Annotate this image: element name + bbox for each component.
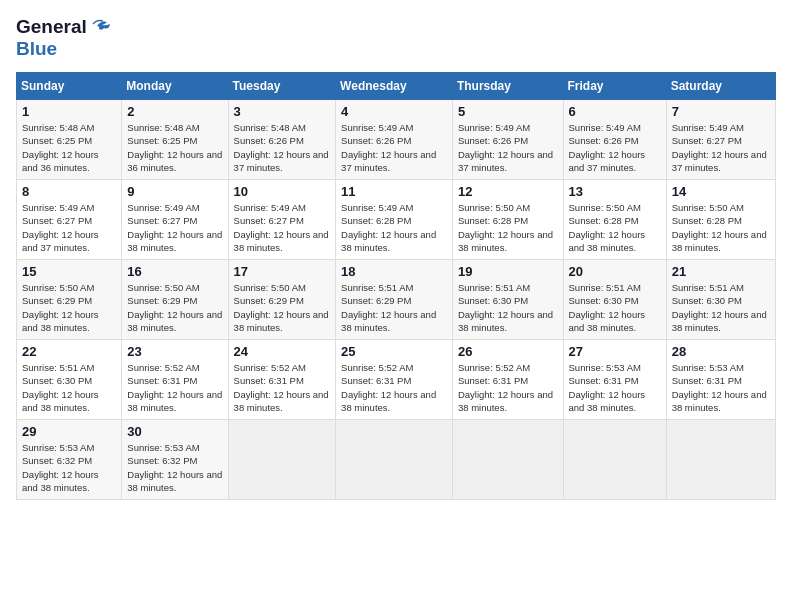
day-info: Sunrise: 5:51 AMSunset: 6:30 PMDaylight:… [22, 361, 116, 414]
day-info: Sunrise: 5:48 AMSunset: 6:25 PMDaylight:… [22, 121, 116, 174]
calendar-cell: 29 Sunrise: 5:53 AMSunset: 6:32 PMDaylig… [17, 420, 122, 500]
day-number: 15 [22, 264, 116, 279]
page-header: General Blue [16, 16, 776, 60]
day-info: Sunrise: 5:50 AMSunset: 6:29 PMDaylight:… [127, 281, 222, 334]
calendar-cell: 10 Sunrise: 5:49 AMSunset: 6:27 PMDaylig… [228, 180, 336, 260]
day-info: Sunrise: 5:52 AMSunset: 6:31 PMDaylight:… [234, 361, 331, 414]
day-info: Sunrise: 5:51 AMSunset: 6:30 PMDaylight:… [672, 281, 770, 334]
day-number: 13 [569, 184, 661, 199]
calendar-week-row: 29 Sunrise: 5:53 AMSunset: 6:32 PMDaylig… [17, 420, 776, 500]
calendar-cell: 23 Sunrise: 5:52 AMSunset: 6:31 PMDaylig… [122, 340, 228, 420]
logo-blue: Blue [16, 38, 57, 60]
calendar-cell: 22 Sunrise: 5:51 AMSunset: 6:30 PMDaylig… [17, 340, 122, 420]
calendar-cell: 15 Sunrise: 5:50 AMSunset: 6:29 PMDaylig… [17, 260, 122, 340]
calendar-cell: 14 Sunrise: 5:50 AMSunset: 6:28 PMDaylig… [666, 180, 775, 260]
calendar-cell [452, 420, 563, 500]
logo-general: General [16, 16, 87, 38]
day-info: Sunrise: 5:53 AMSunset: 6:32 PMDaylight:… [22, 441, 116, 494]
day-number: 19 [458, 264, 558, 279]
day-info: Sunrise: 5:50 AMSunset: 6:29 PMDaylight:… [22, 281, 116, 334]
calendar-cell: 13 Sunrise: 5:50 AMSunset: 6:28 PMDaylig… [563, 180, 666, 260]
calendar-cell: 24 Sunrise: 5:52 AMSunset: 6:31 PMDaylig… [228, 340, 336, 420]
calendar-cell: 5 Sunrise: 5:49 AMSunset: 6:26 PMDayligh… [452, 100, 563, 180]
day-number: 21 [672, 264, 770, 279]
day-info: Sunrise: 5:53 AMSunset: 6:31 PMDaylight:… [569, 361, 661, 414]
day-info: Sunrise: 5:53 AMSunset: 6:31 PMDaylight:… [672, 361, 770, 414]
day-number: 8 [22, 184, 116, 199]
calendar-cell: 28 Sunrise: 5:53 AMSunset: 6:31 PMDaylig… [666, 340, 775, 420]
calendar-cell: 27 Sunrise: 5:53 AMSunset: 6:31 PMDaylig… [563, 340, 666, 420]
day-info: Sunrise: 5:49 AMSunset: 6:27 PMDaylight:… [22, 201, 116, 254]
day-of-week-header: Tuesday [228, 73, 336, 100]
calendar-cell: 17 Sunrise: 5:50 AMSunset: 6:29 PMDaylig… [228, 260, 336, 340]
day-info: Sunrise: 5:50 AMSunset: 6:28 PMDaylight:… [458, 201, 558, 254]
day-of-week-header: Wednesday [336, 73, 453, 100]
day-number: 9 [127, 184, 222, 199]
day-number: 18 [341, 264, 447, 279]
calendar-week-row: 22 Sunrise: 5:51 AMSunset: 6:30 PMDaylig… [17, 340, 776, 420]
calendar-cell: 6 Sunrise: 5:49 AMSunset: 6:26 PMDayligh… [563, 100, 666, 180]
day-number: 30 [127, 424, 222, 439]
calendar-cell: 7 Sunrise: 5:49 AMSunset: 6:27 PMDayligh… [666, 100, 775, 180]
logo: General Blue [16, 16, 115, 60]
day-number: 3 [234, 104, 331, 119]
day-number: 5 [458, 104, 558, 119]
calendar-cell: 1 Sunrise: 5:48 AMSunset: 6:25 PMDayligh… [17, 100, 122, 180]
day-info: Sunrise: 5:49 AMSunset: 6:26 PMDaylight:… [341, 121, 447, 174]
calendar-cell: 19 Sunrise: 5:51 AMSunset: 6:30 PMDaylig… [452, 260, 563, 340]
calendar-cell: 18 Sunrise: 5:51 AMSunset: 6:29 PMDaylig… [336, 260, 453, 340]
day-number: 27 [569, 344, 661, 359]
calendar-cell: 8 Sunrise: 5:49 AMSunset: 6:27 PMDayligh… [17, 180, 122, 260]
logo-container: General Blue [16, 16, 115, 60]
day-of-week-header: Thursday [452, 73, 563, 100]
day-number: 7 [672, 104, 770, 119]
day-info: Sunrise: 5:49 AMSunset: 6:27 PMDaylight:… [234, 201, 331, 254]
calendar-header-row: SundayMondayTuesdayWednesdayThursdayFrid… [17, 73, 776, 100]
day-info: Sunrise: 5:50 AMSunset: 6:28 PMDaylight:… [672, 201, 770, 254]
day-number: 23 [127, 344, 222, 359]
day-info: Sunrise: 5:51 AMSunset: 6:30 PMDaylight:… [569, 281, 661, 334]
day-info: Sunrise: 5:48 AMSunset: 6:25 PMDaylight:… [127, 121, 222, 174]
calendar-week-row: 1 Sunrise: 5:48 AMSunset: 6:25 PMDayligh… [17, 100, 776, 180]
day-of-week-header: Friday [563, 73, 666, 100]
day-info: Sunrise: 5:52 AMSunset: 6:31 PMDaylight:… [127, 361, 222, 414]
day-number: 26 [458, 344, 558, 359]
day-info: Sunrise: 5:52 AMSunset: 6:31 PMDaylight:… [458, 361, 558, 414]
calendar-cell: 20 Sunrise: 5:51 AMSunset: 6:30 PMDaylig… [563, 260, 666, 340]
day-info: Sunrise: 5:50 AMSunset: 6:29 PMDaylight:… [234, 281, 331, 334]
day-number: 17 [234, 264, 331, 279]
calendar-cell [336, 420, 453, 500]
day-number: 28 [672, 344, 770, 359]
day-number: 10 [234, 184, 331, 199]
calendar-cell: 2 Sunrise: 5:48 AMSunset: 6:25 PMDayligh… [122, 100, 228, 180]
day-number: 29 [22, 424, 116, 439]
calendar-cell: 11 Sunrise: 5:49 AMSunset: 6:28 PMDaylig… [336, 180, 453, 260]
calendar-cell: 3 Sunrise: 5:48 AMSunset: 6:26 PMDayligh… [228, 100, 336, 180]
day-number: 12 [458, 184, 558, 199]
calendar-cell: 12 Sunrise: 5:50 AMSunset: 6:28 PMDaylig… [452, 180, 563, 260]
calendar-cell: 21 Sunrise: 5:51 AMSunset: 6:30 PMDaylig… [666, 260, 775, 340]
calendar-cell: 25 Sunrise: 5:52 AMSunset: 6:31 PMDaylig… [336, 340, 453, 420]
day-of-week-header: Monday [122, 73, 228, 100]
calendar-cell [228, 420, 336, 500]
day-info: Sunrise: 5:49 AMSunset: 6:27 PMDaylight:… [127, 201, 222, 254]
calendar-table: SundayMondayTuesdayWednesdayThursdayFrid… [16, 72, 776, 500]
calendar-cell: 16 Sunrise: 5:50 AMSunset: 6:29 PMDaylig… [122, 260, 228, 340]
day-of-week-header: Sunday [17, 73, 122, 100]
day-info: Sunrise: 5:48 AMSunset: 6:26 PMDaylight:… [234, 121, 331, 174]
day-number: 1 [22, 104, 116, 119]
day-info: Sunrise: 5:53 AMSunset: 6:32 PMDaylight:… [127, 441, 222, 494]
day-number: 11 [341, 184, 447, 199]
day-of-week-header: Saturday [666, 73, 775, 100]
calendar-cell: 4 Sunrise: 5:49 AMSunset: 6:26 PMDayligh… [336, 100, 453, 180]
day-number: 14 [672, 184, 770, 199]
calendar-cell: 26 Sunrise: 5:52 AMSunset: 6:31 PMDaylig… [452, 340, 563, 420]
day-number: 2 [127, 104, 222, 119]
calendar-cell: 30 Sunrise: 5:53 AMSunset: 6:32 PMDaylig… [122, 420, 228, 500]
calendar-cell [666, 420, 775, 500]
day-info: Sunrise: 5:51 AMSunset: 6:29 PMDaylight:… [341, 281, 447, 334]
day-info: Sunrise: 5:51 AMSunset: 6:30 PMDaylight:… [458, 281, 558, 334]
day-number: 25 [341, 344, 447, 359]
day-number: 6 [569, 104, 661, 119]
day-info: Sunrise: 5:52 AMSunset: 6:31 PMDaylight:… [341, 361, 447, 414]
